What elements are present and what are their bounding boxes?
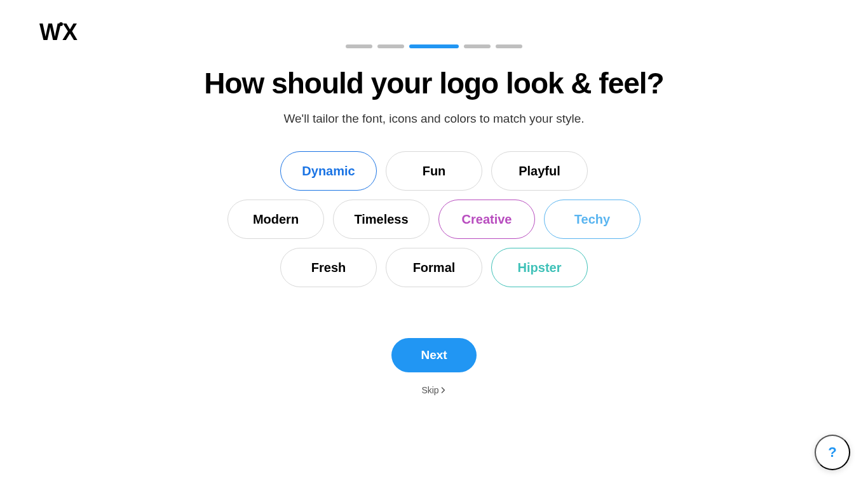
tag-label: Playful — [519, 164, 560, 179]
style-tag-modern[interactable]: Modern — [227, 200, 324, 239]
style-tag-playful[interactable]: Playful — [491, 151, 588, 191]
tag-label: Fun — [423, 164, 446, 179]
progress-step-1 — [346, 44, 372, 48]
tag-label: Formal — [413, 261, 456, 275]
logo-text-w: W — [39, 19, 60, 45]
chevron-right-icon — [442, 387, 447, 393]
style-tag-hipster[interactable]: Hipster — [491, 248, 588, 287]
tag-label: Modern — [253, 212, 299, 227]
progress-bar — [0, 44, 868, 48]
logo-text-x: X — [62, 19, 76, 45]
style-tag-fresh[interactable]: Fresh — [280, 248, 377, 287]
tag-label: Hipster — [518, 261, 562, 275]
style-tag-techy[interactable]: Techy — [544, 200, 641, 239]
style-tag-dynamic[interactable]: Dynamic — [280, 151, 377, 191]
next-button[interactable]: Next — [391, 338, 477, 372]
page-title: How should your logo look & feel? — [0, 66, 868, 100]
skip-label: Skip — [421, 385, 438, 395]
tag-row: Modern Timeless Creative Techy — [227, 200, 641, 239]
progress-step-5 — [496, 44, 522, 48]
next-button-label: Next — [421, 348, 447, 362]
style-tag-creative[interactable]: Creative — [438, 200, 535, 239]
progress-step-3 — [409, 44, 459, 48]
tag-label: Techy — [574, 212, 610, 227]
style-tag-timeless[interactable]: Timeless — [333, 200, 430, 239]
wix-logo[interactable]: WX — [39, 19, 76, 46]
progress-step-4 — [464, 44, 491, 48]
style-tag-formal[interactable]: Formal — [386, 248, 482, 287]
help-icon: ? — [828, 444, 836, 461]
tag-row: Fresh Formal Hipster — [280, 248, 588, 287]
tag-label: Creative — [462, 212, 512, 227]
tag-label: Timeless — [354, 212, 408, 227]
style-tag-fun[interactable]: Fun — [386, 151, 482, 191]
tag-label: Dynamic — [302, 164, 355, 179]
tag-row: Dynamic Fun Playful — [280, 151, 588, 191]
skip-link[interactable]: Skip — [421, 385, 446, 395]
progress-step-2 — [377, 44, 404, 48]
page-subtitle: We'll tailor the font, icons and colors … — [0, 112, 868, 126]
tag-label: Fresh — [311, 261, 346, 275]
help-button[interactable]: ? — [815, 435, 850, 470]
style-tag-picker: Dynamic Fun Playful Modern Timeless Crea… — [0, 151, 868, 287]
